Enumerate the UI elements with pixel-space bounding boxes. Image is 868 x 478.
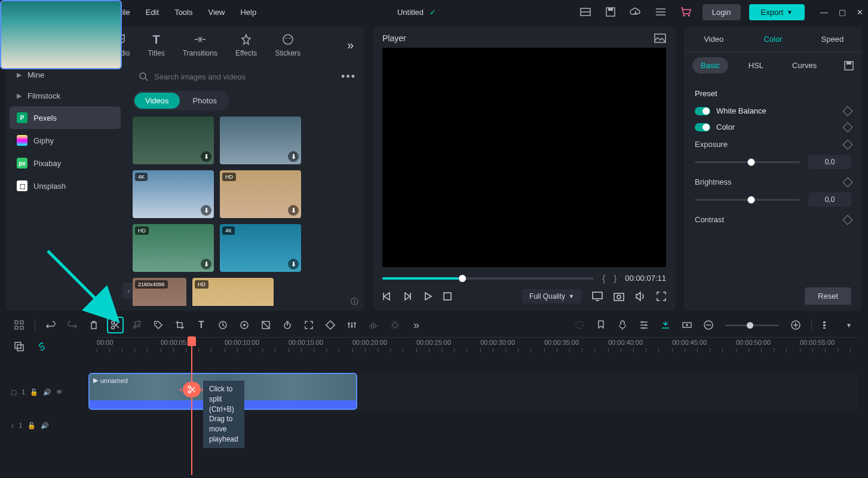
play-icon[interactable] xyxy=(423,292,433,301)
crop-icon[interactable] xyxy=(171,317,188,333)
menu-tools[interactable]: Tools xyxy=(174,8,192,17)
minimize-icon[interactable]: — xyxy=(820,8,828,17)
visibility-icon[interactable]: 👁 xyxy=(56,388,63,396)
speed-icon[interactable] xyxy=(214,317,231,333)
mask-icon[interactable] xyxy=(257,317,274,333)
media-thumb[interactable]: ⬇ xyxy=(220,117,301,164)
tab-titles[interactable]: TTitles xyxy=(148,32,164,57)
split-scissor-icon[interactable] xyxy=(183,382,201,397)
brightness-value[interactable]: 0,0 xyxy=(808,192,851,207)
playhead[interactable]: Click to split (Ctrl+B) Drag to move pla… xyxy=(191,338,192,475)
keyframe-icon[interactable] xyxy=(843,122,853,132)
cloud-icon[interactable] xyxy=(627,4,644,20)
mute-icon[interactable]: 🔊 xyxy=(41,422,49,430)
delete-icon[interactable] xyxy=(85,317,102,333)
adjust-icon[interactable] xyxy=(343,317,360,333)
keyframe-icon[interactable] xyxy=(843,139,853,149)
fullscreen-icon[interactable] xyxy=(657,292,666,301)
tab-stickers[interactable]: Stickers xyxy=(275,32,300,57)
equalizer-icon[interactable] xyxy=(365,317,382,333)
quality-dropdown[interactable]: Full Quality▼ xyxy=(522,289,581,304)
maximize-icon[interactable]: ▢ xyxy=(839,8,846,17)
source-pixabay[interactable]: pxPixabay xyxy=(10,152,121,174)
keyframe-icon[interactable] xyxy=(843,106,853,116)
timer-icon[interactable] xyxy=(279,317,296,333)
step-back-icon[interactable] xyxy=(403,292,412,301)
save-icon[interactable] xyxy=(602,4,619,20)
tab-transitions[interactable]: Transitions xyxy=(183,32,217,57)
zoom-out-icon[interactable] xyxy=(700,317,717,333)
prop-tab-speed[interactable]: Speed xyxy=(803,26,862,52)
tabs-more-icon[interactable]: » xyxy=(347,38,354,52)
undo-icon[interactable] xyxy=(42,317,59,333)
zoom-in-icon[interactable] xyxy=(787,317,804,333)
download-icon[interactable]: ⬇ xyxy=(288,259,299,269)
timeline-layers-icon[interactable] xyxy=(11,338,27,355)
player-image-icon[interactable] xyxy=(654,33,666,43)
layout-icon[interactable] xyxy=(577,4,594,20)
grid-icon[interactable] xyxy=(11,317,27,333)
stop-icon[interactable] xyxy=(443,292,452,301)
color-toggle[interactable] xyxy=(695,123,710,131)
subtab-hsl[interactable]: HSL xyxy=(740,57,772,73)
mixer-icon[interactable] xyxy=(636,317,652,333)
keyframe-tool-icon[interactable] xyxy=(322,317,339,333)
toolbar-more-icon[interactable]: » xyxy=(408,317,425,333)
split-icon[interactable] xyxy=(107,317,124,333)
text-icon[interactable]: T xyxy=(193,317,210,333)
save-preset-icon[interactable] xyxy=(844,61,854,71)
exposure-slider[interactable] xyxy=(695,161,800,163)
media-thumb[interactable]: 4K⬇ xyxy=(133,170,214,218)
search-input[interactable] xyxy=(154,72,329,81)
lock-icon[interactable]: 🔓 xyxy=(27,422,36,430)
music-icon[interactable] xyxy=(128,317,145,333)
magnet-icon[interactable] xyxy=(657,317,674,333)
volume-icon[interactable] xyxy=(635,292,646,301)
media-thumb[interactable]: HD⬇ xyxy=(192,278,274,306)
media-thumb[interactable]: HD⬇ xyxy=(133,224,214,272)
info-icon[interactable]: ⓘ xyxy=(351,296,358,307)
tag-icon[interactable] xyxy=(150,317,167,333)
media-thumb[interactable]: 4K⬇ xyxy=(220,224,301,272)
keyframe-icon[interactable] xyxy=(843,177,853,187)
download-icon[interactable]: ⬇ xyxy=(201,259,211,269)
snapshot-icon[interactable] xyxy=(614,292,624,301)
mic-icon[interactable] xyxy=(614,317,631,333)
link-icon[interactable] xyxy=(33,338,50,355)
view-mode-icon[interactable] xyxy=(819,317,836,333)
pill-photos[interactable]: Photos xyxy=(182,93,228,109)
mute-icon[interactable]: 🔊 xyxy=(43,388,51,396)
expand-icon[interactable] xyxy=(300,317,317,333)
media-thumb[interactable]: ⬇ xyxy=(133,117,214,164)
prop-tab-video[interactable]: Video xyxy=(684,26,743,52)
keyframe-icon[interactable] xyxy=(843,215,853,225)
download-icon[interactable]: ⬇ xyxy=(288,151,299,162)
download-icon[interactable]: ⬇ xyxy=(201,151,211,162)
download-icon[interactable]: ⬇ xyxy=(288,205,299,216)
export-button[interactable]: Export▼ xyxy=(749,4,805,20)
list-icon[interactable] xyxy=(652,4,669,20)
brightness-slider[interactable] xyxy=(695,199,800,201)
close-icon[interactable]: ✕ xyxy=(857,8,863,17)
voice-icon[interactable] xyxy=(387,317,403,333)
view-dropdown-icon[interactable]: ▼ xyxy=(841,317,857,333)
menu-view[interactable]: View xyxy=(208,8,225,17)
marker-icon[interactable] xyxy=(593,317,609,333)
source-unsplash[interactable]: ⬚Unsplash xyxy=(10,174,121,197)
timeline-ruler[interactable]: Click to split (Ctrl+B) Drag to move pla… xyxy=(97,337,857,356)
source-filmstock[interactable]: ▶Filmstock xyxy=(10,85,121,106)
monitor-icon[interactable] xyxy=(592,292,603,301)
add-track-icon[interactable] xyxy=(679,317,695,333)
source-pexels[interactable]: PPexels xyxy=(10,106,121,129)
cart-icon[interactable] xyxy=(677,4,694,20)
subtab-curves[interactable]: Curves xyxy=(784,57,825,73)
prev-frame-icon[interactable] xyxy=(382,292,392,301)
color-icon[interactable] xyxy=(236,317,253,333)
pill-videos[interactable]: Videos xyxy=(134,93,180,109)
white-balance-toggle[interactable] xyxy=(695,107,710,115)
render-icon[interactable] xyxy=(571,317,588,333)
menu-edit[interactable]: Edit xyxy=(146,8,159,17)
search-more-icon[interactable]: ••• xyxy=(341,71,356,83)
exposure-value[interactable]: 0,0 xyxy=(808,155,851,169)
mark-out-icon[interactable]: } xyxy=(614,273,617,283)
